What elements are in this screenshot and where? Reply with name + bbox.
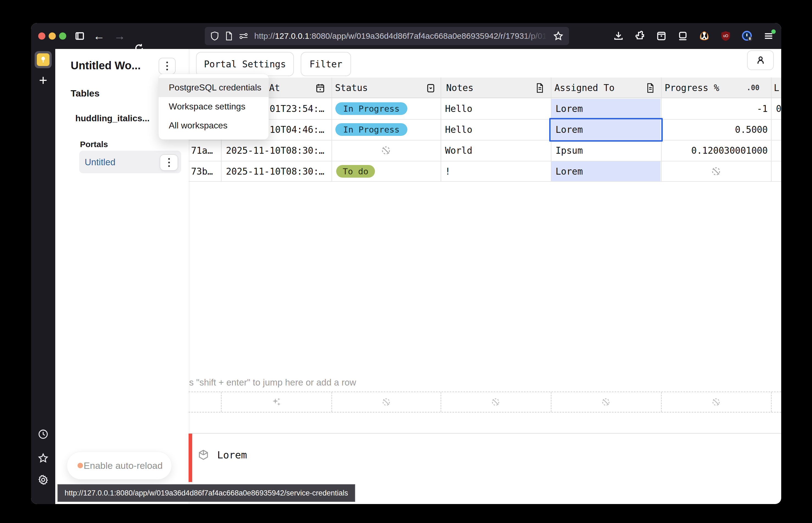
portals-section-label: Portals [80,140,108,149]
column-header-date[interactable]: At [269,83,280,93]
cell-last[interactable]: 0 [776,103,781,114]
cell-date[interactable]: 2025-11-10T08:30:… [226,145,325,156]
cell-notes[interactable]: Hello [445,124,472,135]
toolbar-extension-area: uO [612,23,775,49]
text-field-icon[interactable] [535,83,545,93]
cell-progress[interactable]: 0.120030001000 [691,145,768,156]
downloads-icon[interactable] [612,30,625,42]
status-badge[interactable]: To do [336,165,375,178]
library-archive-icon[interactable] [655,30,667,42]
record-title[interactable]: Lorem [217,449,247,461]
sparkles-icon [271,397,282,408]
url-text[interactable]: http://127.0.0.1:8080/app/w/019a36d4d86f… [254,31,547,41]
app-menu-icon[interactable] [762,30,775,42]
pin-icon [37,53,50,66]
shield-icon[interactable] [210,31,219,41]
page-info-icon[interactable] [225,31,233,41]
cell-progress[interactable]: -1 [757,103,768,114]
column-header-last[interactable]: L [774,83,779,93]
select-field-icon[interactable] [425,83,436,93]
workspace-context-menu: PostgreSQL credentials Workspace setting… [158,74,269,140]
cell-assigned[interactable]: Lorem [556,166,583,177]
browser-toolbar: ← → http://127.0.0.1:8080/app/w/019a36d4… [31,23,781,49]
minimize-window-button[interactable] [49,33,56,40]
onepassword-icon[interactable] [741,30,753,42]
workspace-menu-button[interactable] [159,58,176,74]
column-header-notes[interactable]: Notes [446,83,473,93]
auto-reload-status-dot [77,463,83,468]
empty-value-icon [710,397,722,408]
status-badge[interactable]: In Progress [335,102,407,115]
empty-value-icon[interactable] [710,165,722,177]
menu-item-postgresql-credentials[interactable]: PostgreSQL credentials [159,78,269,97]
svg-text:uO: uO [723,34,728,38]
user-account-button[interactable] [747,50,774,70]
desktop: ← → http://127.0.0.1:8080/app/w/019a36d4… [0,0,812,523]
url-bar[interactable]: http://127.0.0.1:8080/app/w/019a36d4d86f… [205,27,569,45]
cube-icon [197,449,209,461]
empty-value-icon[interactable] [380,144,392,157]
workspace-app-icon[interactable] [35,51,52,68]
permissions-icon[interactable] [239,32,248,40]
portal-name[interactable]: Untitled [85,157,115,167]
status-bar-url: http://127.0.0.1:8080/app/w/019a36d4d86f… [57,484,355,502]
privacy-badger-icon[interactable] [698,30,710,42]
cell-assigned[interactable]: Ipsum [556,145,583,156]
data-grid: At Status Notes Assigned To Progress % .… [188,77,781,182]
jump-hint-text: s "shift + enter" to jump here or add a … [189,377,356,388]
portal-settings-button[interactable]: Portal Settings [196,52,294,76]
settings-gear-icon[interactable] [38,474,49,485]
portal-menu-button[interactable] [160,154,178,171]
column-header-assigned[interactable]: Assigned To [554,83,615,93]
cell-notes[interactable]: ! [445,166,450,177]
cell-date[interactable]: 2025-11-10T08:30:… [226,166,325,177]
tables-section-label: Tables [71,88,99,99]
back-button[interactable]: ← [91,23,107,49]
app-rail: + [31,49,55,504]
favorites-star-icon[interactable] [38,453,49,464]
status-badge[interactable]: In Progress [335,123,407,136]
forward-button[interactable]: → [111,23,128,49]
filter-button[interactable]: Filter [301,52,351,76]
sidebar-toggle-icon[interactable] [74,30,86,42]
close-window-button[interactable] [38,33,45,40]
decimal-format-icon: .00 [746,84,759,92]
new-row-placeholder[interactable] [188,392,781,413]
section-divider [188,433,781,434]
tab-manager-icon[interactable] [677,30,689,42]
browser-window: ← → http://127.0.0.1:8080/app/w/019a36d4… [31,23,781,504]
text-field-icon[interactable] [645,83,655,93]
cell-assigned[interactable]: Lorem [556,124,583,135]
menu-item-all-workspaces[interactable]: All workspaces [159,116,269,135]
empty-value-icon [600,397,611,408]
zoom-window-button[interactable] [59,33,66,40]
calendar-icon[interactable] [315,83,326,93]
empty-value-icon [490,397,501,408]
column-header-progress[interactable]: Progress % [665,83,719,93]
cell-notes[interactable]: World [445,145,472,156]
enable-auto-reload-button[interactable]: Enable auto-reload [67,451,172,480]
cell-notes[interactable]: Hello [445,103,472,114]
add-workspace-button[interactable]: + [31,73,55,87]
record-accent-bar [188,434,192,482]
workspace-title: Untitled Wo... [71,59,141,72]
cell-record-id[interactable]: 73b… [191,166,213,177]
auto-reload-label: Enable auto-reload [83,460,171,471]
history-clock-icon[interactable] [38,429,49,440]
cell-progress[interactable]: 0.5000 [735,124,768,135]
sidebar-item-table[interactable]: huddling_italics... [75,113,150,124]
cell-record-id[interactable]: 71a… [191,145,213,156]
cell-assigned[interactable]: Lorem [556,103,583,114]
sidebar-item-portal-untitled[interactable]: Untitled [79,151,181,173]
menu-item-workspace-settings[interactable]: Workspace settings [159,97,269,116]
person-icon [755,55,766,66]
column-header-status[interactable]: Status [335,83,368,93]
ublock-origin-icon[interactable]: uO [720,30,732,42]
extensions-puzzle-icon[interactable] [634,30,646,42]
empty-value-icon [381,397,392,408]
menu-notification-dot [771,30,776,34]
bookmark-star-icon[interactable] [553,31,564,41]
